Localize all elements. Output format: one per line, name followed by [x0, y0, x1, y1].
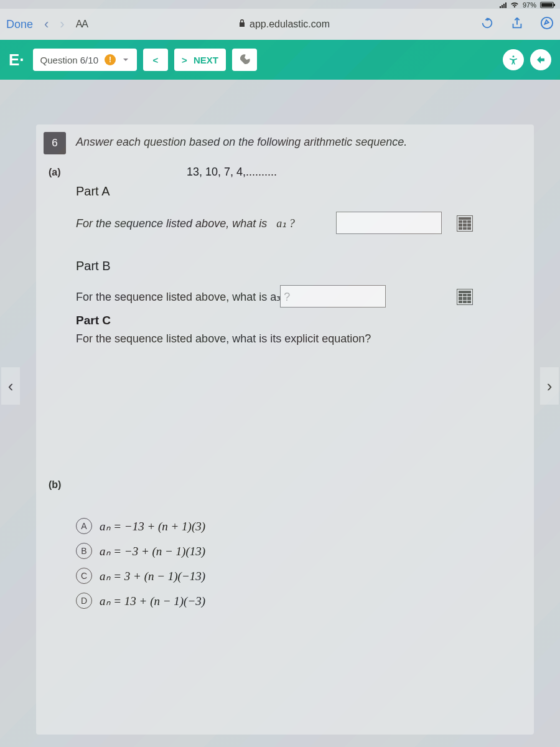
question-label: Question 6/10 — [40, 55, 98, 65]
page-next-button[interactable]: › — [540, 367, 559, 405]
choice-letter: A — [76, 518, 92, 534]
question-number-badge: 6 — [44, 132, 66, 154]
choice-letter: C — [76, 568, 92, 584]
next-label: NEXT — [194, 55, 218, 65]
lock-icon — [238, 19, 246, 30]
signal-bars-icon — [500, 2, 506, 8]
wifi-icon — [510, 1, 519, 9]
part-c-heading: Part C — [76, 314, 111, 327]
keypad-icon[interactable] — [457, 215, 473, 232]
app-header: E· Question 6/10 ! < > NEXT — [0, 40, 560, 80]
edit-button[interactable] — [540, 16, 554, 32]
part-b-answer-input[interactable] — [280, 285, 386, 308]
prev-question-button[interactable]: < — [143, 49, 168, 71]
choice-a-text: aₙ = −13 + (n + 1)(3) — [100, 519, 205, 533]
choice-c[interactable]: C aₙ = 3 + (n − 1)(−13) — [76, 568, 205, 584]
subpart-a-label: (a) — [49, 167, 61, 178]
reload-button[interactable] — [480, 16, 494, 32]
forward-button[interactable]: › — [60, 16, 64, 32]
chevron-down-icon — [122, 56, 129, 63]
text-size-button[interactable]: AA — [76, 19, 88, 30]
tools-button[interactable] — [232, 49, 257, 71]
part-b-heading: Part B — [76, 259, 111, 273]
choice-c-text: aₙ = 3 + (n − 1)(−13) — [100, 569, 205, 583]
choice-d[interactable]: D aₙ = 13 + (n − 1)(−3) — [76, 593, 205, 609]
answer-choices: A aₙ = −13 + (n + 1)(3) B aₙ = −3 + (n −… — [76, 518, 205, 609]
part-a-question: For the sequence listed above, what is a… — [76, 217, 295, 230]
browser-toolbar: Done ‹ › AA app.edulastic.com — [0, 9, 560, 40]
sequence-display: 13, 10, 7, 4,.......... — [187, 166, 277, 179]
svg-point-1 — [513, 55, 515, 57]
choice-b-text: aₙ = −3 + (n − 1)(13) — [100, 544, 205, 558]
part-a-term: a₁ ? — [276, 217, 295, 230]
accessibility-button[interactable] — [503, 49, 524, 70]
part-a-answer-input[interactable] — [336, 212, 442, 234]
next-question-button[interactable]: > NEXT — [174, 49, 226, 71]
share-button[interactable] — [510, 16, 524, 32]
app-logo: E· — [9, 50, 24, 70]
part-c-question: For the sequence listed above, what is i… — [76, 332, 371, 345]
choice-letter: D — [76, 593, 92, 609]
part-b-question: For the sequence listed above, what is a… — [76, 290, 290, 304]
battery-icon — [540, 2, 554, 8]
address-bar[interactable]: app.edulastic.com — [99, 19, 469, 30]
url-host: app.edulastic.com — [250, 19, 330, 30]
choice-d-text: aₙ = 13 + (n − 1)(−3) — [100, 594, 205, 608]
battery-percent: 97% — [523, 1, 536, 9]
exit-button[interactable] — [530, 49, 551, 70]
choice-letter: B — [76, 543, 92, 559]
choice-a[interactable]: A aₙ = −13 + (n + 1)(3) — [76, 518, 205, 534]
part-a-text: For the sequence listed above, what is — [76, 217, 267, 230]
question-selector[interactable]: Question 6/10 ! — [33, 49, 137, 71]
part-a-heading: Part A — [76, 184, 110, 199]
back-button[interactable]: ‹ — [44, 16, 49, 32]
page-prev-button[interactable]: ‹ — [1, 367, 20, 405]
done-button[interactable]: Done — [6, 18, 33, 31]
choice-b[interactable]: B aₙ = −3 + (n − 1)(13) — [76, 543, 205, 559]
alert-badge-icon: ! — [105, 54, 116, 65]
keypad-icon[interactable] — [457, 289, 473, 305]
question-prompt: Answer each question based on the follow… — [76, 136, 523, 149]
subpart-b-label: (b) — [49, 479, 61, 491]
